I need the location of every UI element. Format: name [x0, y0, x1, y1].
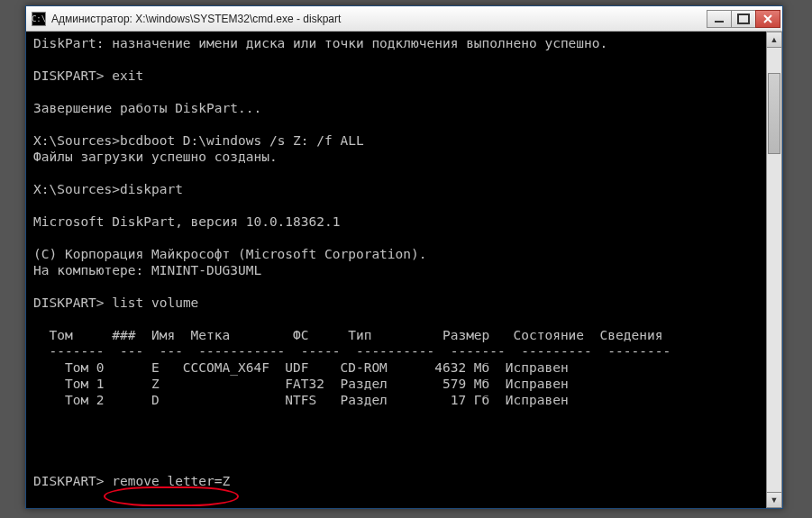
output-line: Завершение работы DiskPart... [33, 101, 261, 115]
prompt: X:\Sources> [33, 182, 120, 196]
maximize-button[interactable] [731, 10, 756, 28]
output-line: Файлы загрузки успешно созданы. [33, 150, 278, 164]
table-header: Том ### Имя Метка ФС Тип Размер Состояни… [33, 328, 662, 342]
prompt: DISKPART> [33, 295, 112, 310]
command-text: list volume [112, 295, 198, 310]
command-text: exit [112, 68, 143, 83]
scroll-thumb[interactable] [768, 73, 780, 154]
titlebar[interactable]: C:\ Администратор: X:\windows\SYSTEM32\c… [26, 6, 782, 32]
cmd-window: C:\ Администратор: X:\windows\SYSTEM32\c… [25, 5, 783, 509]
window-buttons [707, 10, 780, 28]
chevron-up-icon: ▲ [771, 35, 779, 44]
cmd-icon: C:\ [32, 12, 46, 26]
scroll-up-button[interactable]: ▲ [766, 32, 782, 48]
scroll-track[interactable] [766, 48, 782, 492]
console-output[interactable]: DiskPart: назначение имени диска или точ… [26, 32, 766, 508]
command-text: remove letter=Z [112, 474, 230, 488]
command-text: bcdboot D:\windows /s Z: /f ALL [120, 133, 364, 148]
table-row: Том 2 D NTFS Раздел 17 Гб Исправен [33, 393, 569, 407]
output-line: Microsoft DiskPart, версия 10.0.18362.1 [33, 214, 340, 229]
minimize-button[interactable] [707, 10, 732, 28]
command-text: diskpart [120, 182, 183, 196]
table-divider: ------- --- --- ----------- ----- ------… [33, 344, 671, 359]
table-row: Том 1 Z FAT32 Раздел 579 Мб Исправен [33, 377, 569, 391]
window-title: Администратор: X:\windows\SYSTEM32\cmd.e… [51, 13, 707, 25]
console-area: DiskPart: назначение имени диска или точ… [26, 32, 782, 508]
prompt: DISKPART> [33, 474, 112, 488]
output-line: На компьютере: MININT-DUG3UML [33, 263, 261, 277]
output-line: DiskPart: назначение имени диска или точ… [33, 36, 607, 50]
close-button[interactable] [755, 10, 780, 28]
table-row: Том 0 E CCCOMA_X64F UDF CD-ROM 4632 Мб И… [33, 360, 569, 375]
chevron-down-icon: ▼ [771, 495, 779, 504]
vertical-scrollbar[interactable]: ▲ ▼ [766, 32, 782, 508]
output-line: (C) Корпорация Майкрософт (Microsoft Cor… [33, 247, 427, 261]
prompt: DISKPART> [33, 68, 112, 83]
close-icon [762, 14, 773, 24]
scroll-down-button[interactable]: ▼ [766, 492, 782, 508]
prompt: X:\Sources> [33, 133, 120, 148]
